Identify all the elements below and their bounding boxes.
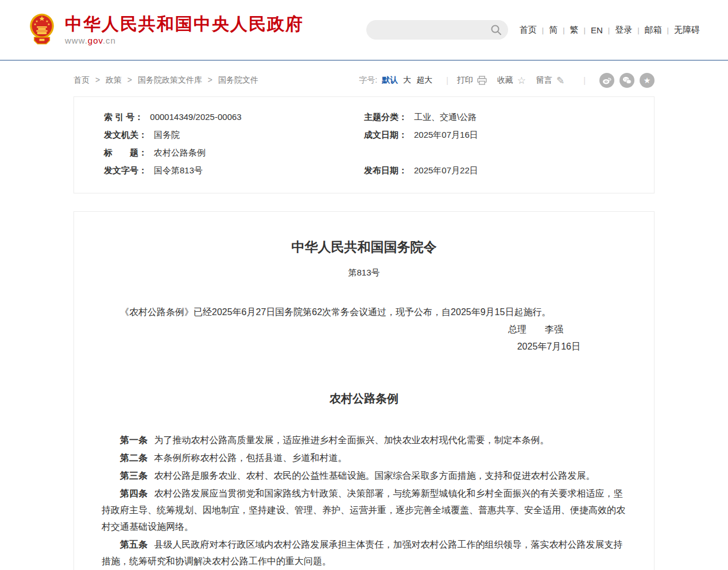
meta-label-category: 主题分类：: [364, 108, 407, 126]
signature-date: 2025年7月16日: [102, 338, 626, 355]
weibo-icon: [602, 76, 611, 84]
meta-label-publish-date: 发布日期：: [364, 161, 407, 179]
site-logo[interactable]: 中华人民共和国中央人民政府 www.gov.cn: [28, 13, 304, 46]
meta-value-index: 000014349/2025-00063: [150, 108, 241, 126]
comment-button[interactable]: 留言 ✎: [536, 75, 564, 86]
nav-english[interactable]: EN: [591, 25, 603, 35]
site-title: 中华人民共和国中央人民政府: [65, 14, 304, 33]
breadcrumb-separator: >: [95, 75, 100, 84]
breadcrumb-library[interactable]: 国务院政策文件库: [138, 75, 202, 84]
article-number: 第五条: [120, 540, 148, 549]
site-title-block: 中华人民共和国中央人民政府 www.gov.cn: [65, 14, 304, 45]
document-metadata: 索 引 号： 000014349/2025-00063 主题分类： 工业、交通\…: [73, 96, 655, 193]
meta-value-title: 农村公路条例: [154, 144, 206, 161]
article-number: 第二条: [120, 453, 148, 463]
breadcrumb-separator: >: [127, 75, 132, 84]
article-toolbar: 字号: 默认 大 超大 | 打印 收藏 ☆ 留言 ✎ |: [359, 73, 655, 88]
share-weibo-button[interactable]: [599, 73, 614, 88]
nav-separator: |: [637, 26, 639, 34]
font-size-xlarge[interactable]: 超大: [416, 75, 432, 86]
nav-login[interactable]: 登录: [615, 25, 632, 36]
nav-simplified[interactable]: 简: [549, 25, 557, 36]
meta-label-title: 标 题：: [74, 144, 147, 161]
article-paragraph: 第三条农村公路是服务农业、农村、农民的公益性基础设施。国家综合采取多方面措施，支…: [102, 467, 626, 484]
signature-line: 总理李强: [102, 321, 626, 338]
toolbar-divider: |: [583, 76, 586, 85]
metadata-row: 标 题： 农村公路条例: [74, 144, 654, 161]
breadcrumb: 首页 > 政策 > 国务院政策文件库 > 国务院文件: [73, 75, 258, 86]
article-paragraph: 第二条本条例所称农村公路，包括县道、乡道和村道。: [102, 449, 626, 466]
decree-title: 中华人民共和国国务院令: [102, 238, 626, 256]
print-button[interactable]: 打印: [457, 75, 487, 86]
signer-title: 总理: [508, 324, 526, 334]
star-badge-icon: ★: [644, 76, 651, 84]
document-body: 中华人民共和国国务院令 第813号 《农村公路条例》已经2025年6月27日国务…: [73, 211, 655, 570]
share-group: ★: [594, 73, 655, 88]
font-size-default[interactable]: 默认: [382, 75, 398, 86]
breadcrumb-separator: >: [208, 75, 212, 84]
nav-separator: |: [584, 26, 586, 34]
article-paragraph: 第一条为了推动农村公路高质量发展，适应推进乡村全面振兴、加快农业农村现代化需要，…: [102, 432, 626, 448]
article-number: 第一条: [120, 435, 148, 445]
meta-value-category: 工业、交通\公路: [414, 108, 477, 126]
article-paragraph: 第四条农村公路发展应当贯彻党和国家路线方针政策、决策部署，与统筹新型城镇化和乡村…: [102, 485, 626, 535]
article-number: 第四条: [120, 488, 148, 498]
article-paragraph: 第五条县级人民政府对本行政区域内农村公路发展承担主体责任，加强对农村公路工作的组…: [102, 536, 626, 569]
wechat-icon: [622, 76, 632, 84]
meta-value-written-date: 2025年07月16日: [414, 126, 478, 144]
printer-icon: [477, 76, 487, 85]
star-icon: ☆: [517, 76, 526, 86]
meta-value-agency: 国务院: [154, 126, 180, 144]
decree-number: 第813号: [102, 267, 626, 278]
font-size-label: 字号:: [359, 75, 377, 86]
site-url: www.gov.cn: [65, 36, 304, 45]
regulation-articles: 第一条为了推动农村公路高质量发展，适应推进乡村全面振兴、加快农业农村现代化需要，…: [102, 432, 626, 570]
signer-name: 李强: [545, 324, 563, 334]
decree-announcement: 《农村公路条例》已经2025年6月27日国务院第62次常务会议通过，现予公布，自…: [102, 304, 626, 321]
search-box: [366, 20, 508, 40]
share-wechat-button[interactable]: [619, 73, 634, 88]
share-qzone-button[interactable]: ★: [640, 73, 655, 88]
breadcrumb-current[interactable]: 国务院文件: [218, 75, 258, 84]
nav-separator: |: [563, 26, 564, 34]
nav-traditional[interactable]: 繁: [570, 25, 579, 36]
meta-label-written-date: 成文日期：: [364, 126, 407, 144]
nav-accessibility[interactable]: 无障碍: [674, 25, 700, 36]
site-header: 中华人民共和国中央人民政府 www.gov.cn 首页 | 简 | 繁 | EN: [0, 0, 728, 61]
national-emblem-icon: [28, 13, 56, 46]
nav-separator: |: [667, 26, 669, 34]
nav-mail[interactable]: 邮箱: [645, 25, 662, 36]
meta-label-agency: 发文机关：: [74, 126, 147, 144]
search-icon[interactable]: [490, 24, 502, 36]
favorite-button[interactable]: 收藏 ☆: [497, 75, 526, 86]
top-nav: 首页 | 简 | 繁 | EN | 登录 | 邮箱 | 无障碍: [520, 25, 700, 36]
search-input[interactable]: [375, 20, 485, 40]
meta-label-doc-number: 发文字号：: [74, 161, 147, 179]
regulation-title: 农村公路条例: [102, 391, 626, 406]
meta-value-doc-number: 国令第813号: [154, 161, 203, 179]
toolbar-divider: |: [446, 76, 448, 85]
meta-label-index: 索 引 号：: [74, 108, 143, 126]
metadata-row: 索 引 号： 000014349/2025-00063 主题分类： 工业、交通\…: [74, 108, 654, 126]
nav-separator: |: [608, 26, 610, 34]
meta-value-publish-date: 2025年07月22日: [414, 161, 478, 179]
nav-separator: |: [542, 26, 544, 34]
breadcrumb-policy[interactable]: 政策: [106, 75, 122, 84]
nav-home[interactable]: 首页: [520, 25, 537, 36]
breadcrumb-home[interactable]: 首页: [73, 75, 90, 84]
pencil-icon: ✎: [556, 76, 564, 86]
article-number: 第三条: [120, 471, 148, 480]
font-size-large[interactable]: 大: [403, 75, 411, 86]
metadata-row: 发文字号： 国令第813号 发布日期： 2025年07月22日: [74, 161, 654, 179]
metadata-row: 发文机关： 国务院 成文日期： 2025年07月16日: [74, 126, 654, 144]
